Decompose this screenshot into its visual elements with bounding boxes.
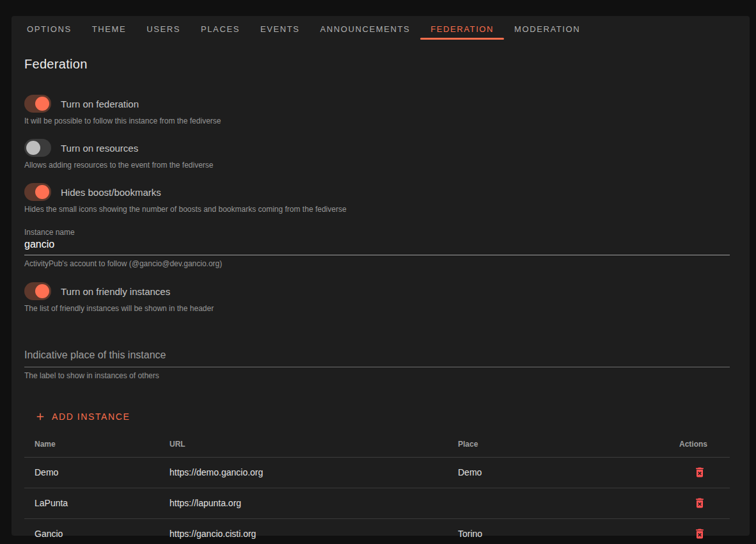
resources-toggle-hint: Allows adding resources to the event fro…	[24, 161, 730, 170]
federation-toggle[interactable]	[24, 95, 51, 113]
instance-place-cell: Demo	[448, 457, 669, 488]
friendly-instances-toggle-label: Turn on friendly instances	[61, 286, 170, 297]
column-header-url: URL	[159, 431, 448, 457]
admin-tab-bar: OPTIONS THEME USERS PLACES EVENTS ANNOUN…	[12, 16, 750, 39]
setting-federation: Turn on federation It will be possible t…	[24, 95, 730, 125]
delete-instance-button[interactable]	[692, 465, 707, 480]
setting-hide-boosts: Hides boost/bookmarks Hides the small ic…	[24, 183, 730, 214]
instance-name-input[interactable]	[24, 237, 730, 255]
column-header-name: Name	[24, 431, 159, 457]
tab-options[interactable]: OPTIONS	[17, 19, 82, 39]
tab-federation[interactable]: FEDERATION	[420, 19, 504, 39]
delete-instance-button[interactable]	[692, 495, 707, 511]
instance-place-cell: Torino	[448, 518, 669, 544]
resources-toggle-label: Turn on resources	[61, 143, 138, 154]
instance-url-cell: https://gancio.cisti.org	[159, 518, 448, 544]
delete-instance-button[interactable]	[692, 526, 707, 541]
tab-users[interactable]: USERS	[136, 19, 191, 39]
tab-events[interactable]: EVENTS	[250, 19, 310, 39]
table-row: Demo https://demo.gancio.org Demo	[24, 457, 730, 488]
tab-announcements[interactable]: ANNOUNCEMENTS	[310, 19, 421, 39]
instance-name-cell: Gancio	[24, 518, 159, 544]
table-header-row: Name URL Place Actions	[24, 431, 730, 457]
tab-moderation[interactable]: MODERATION	[504, 19, 590, 39]
trash-icon	[693, 502, 706, 511]
toggle-thumb	[35, 185, 49, 199]
instance-place-field: The label to show in instances of others	[24, 346, 730, 380]
admin-panel: OPTIONS THEME USERS PLACES EVENTS ANNOUN…	[12, 16, 750, 536]
federation-toggle-label: Turn on federation	[61, 99, 139, 109]
resources-toggle[interactable]	[24, 139, 51, 157]
page-title: Federation	[24, 57, 730, 72]
setting-friendly-instances: Turn on friendly instances The list of f…	[24, 282, 730, 313]
toggle-thumb	[26, 141, 40, 155]
table-row: Gancio https://gancio.cisti.org Torino	[24, 518, 730, 544]
instance-place-hint: The label to show in instances of others	[24, 371, 730, 380]
instance-name-label: Instance name	[24, 227, 730, 237]
trash-icon	[693, 471, 706, 481]
toggle-thumb	[35, 97, 49, 111]
instances-table: Name URL Place Actions Demo https://demo…	[24, 431, 730, 544]
column-header-place: Place	[448, 431, 669, 457]
friendly-instances-toggle[interactable]	[24, 282, 51, 300]
tab-theme[interactable]: THEME	[82, 19, 137, 39]
hide-boosts-toggle-hint: Hides the small icons showing the number…	[24, 205, 730, 214]
trash-icon	[693, 532, 706, 542]
instance-place-cell	[448, 488, 669, 518]
instance-url-cell: https://lapunta.org	[159, 488, 448, 518]
instance-url-cell: https://demo.gancio.org	[159, 457, 448, 488]
plus-icon	[35, 411, 46, 422]
setting-resources: Turn on resources Allows adding resource…	[24, 139, 730, 170]
column-header-actions: Actions	[669, 431, 730, 457]
hide-boosts-toggle-label: Hides boost/bookmarks	[61, 187, 161, 198]
instance-name-field: Instance name ActivityPub's account to f…	[24, 227, 730, 268]
instance-name-hint: ActivityPub's account to follow (@gancio…	[24, 259, 730, 268]
instance-place-input[interactable]	[24, 346, 730, 367]
federation-toggle-hint: It will be possible to follow this insta…	[24, 116, 730, 125]
instance-name-cell: LaPunta	[24, 488, 159, 518]
instance-name-cell: Demo	[24, 457, 159, 488]
add-instance-label: ADD INSTANCE	[52, 412, 130, 422]
toggle-thumb	[35, 284, 49, 298]
table-row: LaPunta https://lapunta.org	[24, 488, 730, 518]
hide-boosts-toggle[interactable]	[24, 183, 51, 201]
add-instance-button[interactable]: ADD INSTANCE	[35, 411, 130, 422]
friendly-instances-toggle-hint: The list of friendly instances will be s…	[24, 304, 730, 313]
tab-places[interactable]: PLACES	[191, 19, 250, 39]
